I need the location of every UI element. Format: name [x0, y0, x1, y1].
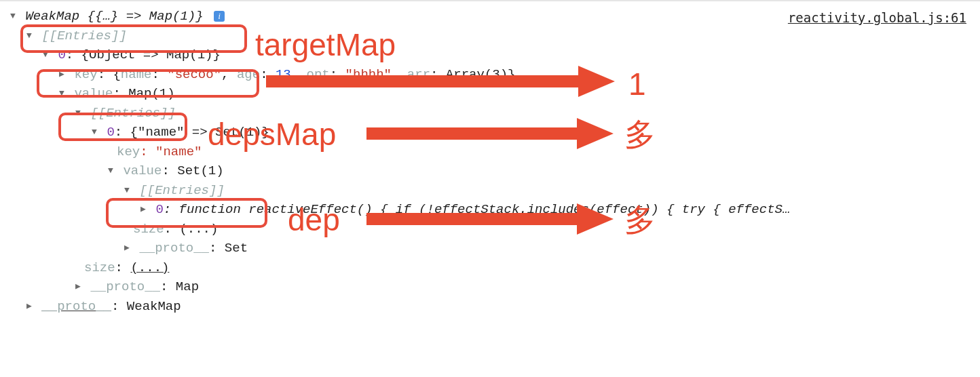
key-value: : "name"	[140, 144, 202, 159]
proto-label: __proto__	[90, 279, 160, 294]
tree-row[interactable]: ▼ [[Entries]]	[0, 26, 980, 46]
key-label: key	[117, 144, 140, 159]
tree-row[interactable]: ▼ value: Map(1)	[0, 84, 980, 104]
chevron-down-icon[interactable]: ▼	[122, 184, 132, 197]
tree-row[interactable]: ▼ 0: {Object => Map(1)}	[0, 45, 980, 65]
value-label: value	[74, 86, 113, 101]
chevron-down-icon[interactable]: ▼	[41, 48, 50, 62]
prop-key: age	[237, 67, 260, 82]
colon: :	[115, 260, 131, 275]
chevron-down-icon[interactable]: ▼	[57, 87, 67, 100]
chevron-right-icon[interactable]: ▶	[24, 300, 34, 313]
chevron-down-icon[interactable]: ▼	[90, 125, 99, 139]
root-label: WeakMap {{…} => Map(1)}	[25, 9, 203, 24]
proto-value: : WeakMap	[111, 299, 181, 314]
chevron-down-icon[interactable]: ▼	[24, 29, 34, 43]
tree-row[interactable]: ▼ [[Entries]]	[0, 104, 980, 123]
entry-summary: : {"name" => Set(1)}	[115, 125, 269, 140]
console-tree: ▼ WeakMap {{…} => Map(1)} i ▼ [[Entries]…	[0, 7, 980, 316]
entry-index: 0	[107, 125, 114, 140]
value-summary: : Set(1)	[162, 163, 223, 178]
brace: : {	[98, 67, 121, 82]
prop-value: "secoo"	[167, 67, 221, 82]
proto-value: : Map	[160, 279, 199, 294]
brace: }	[508, 67, 515, 82]
prop-key: name	[121, 67, 152, 82]
entries-label: [[Entries]]	[139, 183, 224, 198]
size-value[interactable]: (...)	[130, 260, 169, 275]
chevron-right-icon[interactable]: ▶	[57, 68, 67, 81]
tree-row[interactable]: ▶ __proto__: WeakMap	[0, 297, 980, 317]
entry-summary: : {Object => Map(1)}	[66, 47, 221, 62]
chevron-right-icon[interactable]: ▶	[122, 241, 132, 255]
key-label: key	[74, 67, 97, 82]
prop-value: "hhhh"	[345, 67, 392, 82]
proto-label: __proto__	[139, 241, 209, 256]
entry-index: 0	[58, 47, 65, 62]
tree-row[interactable]: ▶ __proto__: Set	[0, 239, 980, 258]
tree-row[interactable]: ▶ 0: function reactiveEffect() { if (!ef…	[0, 200, 980, 220]
entries-label: [[Entries]]	[90, 106, 175, 121]
prop-value: Array(3)	[446, 67, 508, 82]
tree-row[interactable]: ▶ __proto__: Map	[0, 277, 980, 297]
proto-value: : Set	[209, 241, 248, 256]
size-value: : (...)	[164, 222, 219, 237]
tree-row[interactable]: ▶ key: {name: "secoo", age: 13, opt: "hh…	[0, 65, 980, 85]
prop-value: 13	[276, 67, 291, 82]
entries-label: [[Entries]]	[41, 28, 126, 43]
chevron-right-icon[interactable]: ▶	[138, 203, 148, 216]
chevron-right-icon[interactable]: ▶	[73, 280, 83, 294]
entry-index: 0	[155, 202, 163, 217]
info-icon[interactable]: i	[214, 11, 225, 22]
function-summary: : function reactiveEffect() { if (!effec…	[164, 202, 791, 217]
tree-row[interactable]: ▼ [[Entries]]	[0, 181, 980, 201]
chevron-down-icon[interactable]: ▼	[8, 9, 18, 23]
tree-row[interactable]: ▼ 0: {"name" => Set(1)}	[0, 123, 980, 142]
tree-row[interactable]: ▼ value: Set(1)	[0, 161, 980, 181]
chevron-down-icon[interactable]: ▼	[73, 106, 83, 120]
proto-label: __proto__	[41, 299, 111, 314]
prop-key: arr	[407, 67, 430, 82]
prop-key: opt	[307, 67, 330, 82]
tree-root[interactable]: ▼ WeakMap {{…} => Map(1)} i	[0, 7, 980, 26]
chevron-down-icon[interactable]: ▼	[106, 164, 115, 178]
tree-row[interactable]: size: (...)	[0, 220, 980, 239]
value-label: value	[123, 163, 162, 178]
tree-row[interactable]: key: "name"	[0, 142, 980, 162]
value-summary: : Map(1)	[113, 86, 174, 101]
size-label: size	[84, 260, 115, 275]
tree-row[interactable]: size: (...)	[0, 258, 980, 278]
size-label: size	[133, 222, 164, 237]
